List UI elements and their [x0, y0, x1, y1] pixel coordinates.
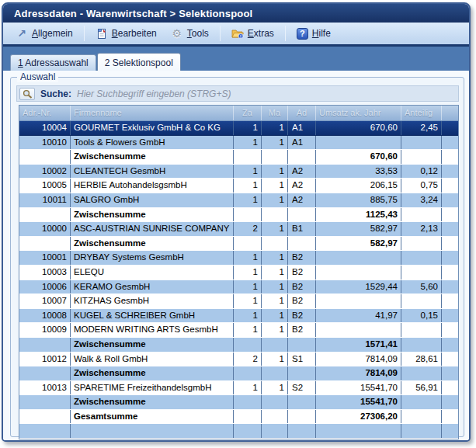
cell-filler [442, 237, 458, 251]
table-row[interactable]: 10001DRYBAY Systems GesmbH11B2 [19, 251, 458, 266]
table-row[interactable]: 10003ELEQU11B2 [19, 266, 458, 280]
cell-za [234, 150, 262, 164]
cell-anteilig: 0,12 [401, 165, 442, 179]
cell-filler [442, 309, 458, 323]
cell-ma [262, 410, 288, 424]
cell-anteilig: 2,45 [401, 121, 442, 135]
search-input[interactable] [77, 89, 453, 99]
table-row-empty[interactable] [19, 424, 458, 439]
cell-za [234, 237, 262, 251]
tab-selektionspool[interactable]: 2 Selektionspool [97, 53, 181, 71]
column-header[interactable]: Ad [288, 106, 316, 120]
cell-za: 1 [234, 266, 262, 280]
table-row[interactable]: 10000ASC-AUSTRIAN SUNRISE COMPANY21B1582… [19, 222, 458, 237]
help-icon: ? [297, 28, 308, 40]
table-row-subtotal[interactable]: Zwischensumme7814,09 [19, 366, 458, 381]
search-button[interactable] [19, 88, 35, 100]
cell-adr-nr: 10011 [19, 193, 71, 207]
cell-ma [262, 366, 288, 380]
cell-za: 1 [234, 136, 262, 150]
extras-button[interactable]: Extras [225, 25, 280, 42]
column-header[interactable]: Anteilig [401, 106, 442, 120]
cell-anteilig: 2,13 [401, 222, 442, 236]
table-row-subtotal[interactable]: Zwischensumme1125,43 [19, 208, 458, 223]
cell-firmenname: KUGEL & SCHREIBER GmbH [71, 309, 234, 323]
cell-adr-nr: 10001 [19, 251, 71, 265]
table-row-subtotal[interactable]: Zwischensumme15541,70 [19, 395, 458, 410]
cell-ad: A2 [288, 179, 316, 193]
cell-za [234, 338, 262, 352]
column-header[interactable]: Adr.-Nr. [19, 106, 71, 120]
cell-anteilig: 3,24 [401, 193, 442, 207]
column-header[interactable]: Firmenname [71, 106, 234, 120]
cell-ma: 1 [262, 280, 288, 294]
cell-ad [288, 366, 316, 380]
table-row-subtotal[interactable]: Zwischensumme582,97 [19, 237, 458, 252]
cell-firmenname [71, 424, 234, 438]
cell-umsatz: 582,97 [316, 237, 401, 251]
cell-ma: 1 [262, 179, 288, 193]
table-row[interactable]: 10004GOURMET Exklusiv GmbH & Co KG11A167… [19, 121, 458, 136]
cell-firmenname: KITZHAS GesmbH [71, 294, 234, 308]
search-bar[interactable]: Suche: [16, 85, 459, 102]
table-row[interactable]: 10009MODERN WRITING ARTS GesmbH11B2 [19, 323, 458, 338]
cell-adr-nr: 10008 [19, 309, 71, 323]
cell-adr-nr [19, 150, 71, 164]
table-row-total[interactable]: Gesamtsumme27306,20 [19, 410, 458, 425]
table-row[interactable]: 10010Tools & Flowers GmbH11A1 [19, 136, 458, 151]
cell-ma [262, 237, 288, 251]
cell-ma: 1 [262, 294, 288, 308]
clipboard-icon [96, 27, 108, 40]
cell-umsatz [316, 266, 401, 280]
cell-adr-nr: 10010 [19, 136, 71, 150]
bearbeiten-button[interactable]: Bearbeiten [89, 25, 163, 42]
table-row-subtotal[interactable]: Zwischensumme670,60 [19, 150, 458, 165]
cell-ad: A2 [288, 193, 316, 207]
table-row[interactable]: 10006KERAMO GesmbH11B21529,445,60 [19, 280, 458, 295]
column-header[interactable] [442, 106, 458, 120]
table-row[interactable]: 10005HERBIE AutohandelsgsmbH11A2206,150,… [19, 179, 458, 193]
cell-filler [442, 251, 458, 265]
cell-ad: S2 [288, 381, 316, 395]
cell-ad: B2 [288, 280, 316, 294]
cell-anteilig [401, 150, 442, 164]
cell-ma [262, 208, 288, 222]
tab-strip: 1 Adressauswahl 2 Selektionspool [3, 47, 469, 71]
table-row[interactable]: 10008KUGEL & SCHREIBER GmbH11B241,970,15 [19, 309, 458, 324]
cell-adr-nr: 10002 [19, 165, 71, 179]
table-row[interactable]: 10007KITZHAS GesmbH11B2 [19, 294, 458, 309]
cell-ma: 1 [262, 381, 288, 395]
table-row[interactable]: 10011SALGRO GmbH11A2885,753,24 [19, 193, 458, 208]
cell-umsatz: 1571,41 [316, 338, 401, 352]
cell-ad [288, 208, 316, 222]
hilfe-button[interactable]: ? Hilfe [290, 26, 337, 42]
cell-umsatz [316, 424, 401, 438]
cell-za [234, 208, 262, 222]
cell-umsatz: 670,60 [316, 121, 401, 135]
column-header[interactable]: Za [234, 106, 262, 120]
column-header[interactable]: Ma [262, 106, 288, 120]
cell-adr-nr [19, 237, 71, 251]
table-row[interactable]: 10002CLEANTECH GesmbH11A233,530,12 [19, 165, 458, 179]
cell-ma: 1 [262, 121, 288, 135]
tab-adressauswahl[interactable]: 1 Adressauswahl [10, 54, 96, 71]
cell-anteilig [401, 294, 442, 308]
tab-selektionspool-label: 2 Selektionspool [105, 57, 173, 68]
table-row[interactable]: 10012Walk & Roll GmbH21S17814,0928,61 [19, 352, 458, 367]
cell-ma: 1 [262, 165, 288, 179]
cell-za [234, 366, 262, 380]
table-header: Adr.-Nr.FirmennameZaMaAdUmsatz ak. JahrA… [19, 106, 458, 121]
cell-umsatz: 582,97 [316, 222, 401, 236]
cell-firmenname: GOURMET Exklusiv GmbH & Co KG [71, 121, 234, 135]
table-row-subtotal[interactable]: Zwischensumme1571,41 [19, 338, 458, 352]
gears-icon: ⚙ [171, 27, 183, 40]
allgemein-button[interactable]: ↗ Allgemein [9, 25, 79, 42]
hilfe-button-label: Hilfe [312, 28, 331, 39]
table-row[interactable]: 10013SPARETIME FreizeithandelsgmbH11S215… [19, 381, 458, 396]
cell-adr-nr: 10000 [19, 222, 71, 236]
column-header[interactable]: Umsatz ak. Jahr [316, 106, 401, 120]
tools-button[interactable]: ⚙ Tools [165, 25, 215, 42]
cell-firmenname: Walk & Roll GmbH [71, 352, 234, 366]
app-window: Adressdaten - Warenwirtschaft > Selektio… [2, 2, 471, 442]
cell-anteilig: 56,91 [401, 381, 442, 395]
